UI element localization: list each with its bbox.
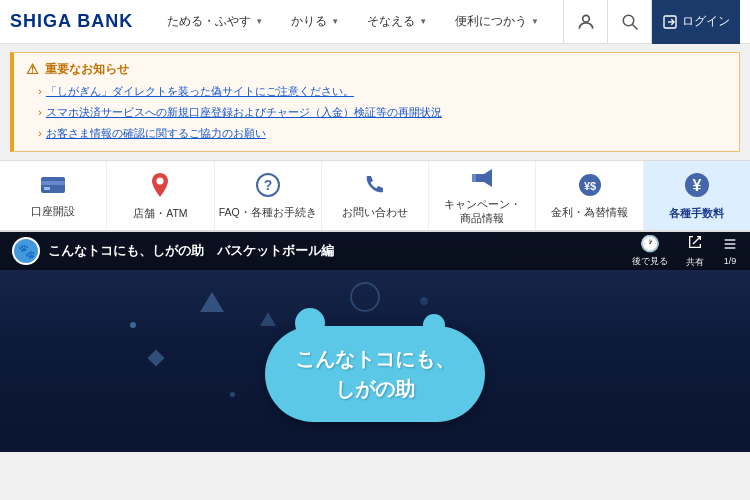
svg-text:¥$: ¥$ (583, 180, 595, 192)
rates-icon: ¥$ (576, 172, 604, 202)
svg-rect-11 (472, 174, 476, 182)
nav-item-prepare[interactable]: そなえる ▼ (353, 0, 441, 44)
quick-nav-label: 各種手数料 (669, 207, 724, 221)
quick-nav-label: 金利・為替情報 (551, 206, 628, 220)
chevron-down-icon: ▼ (419, 17, 427, 26)
video-counter: 1/9 (722, 236, 738, 266)
chevron-down-icon: ▼ (331, 17, 339, 26)
chevron-down-icon: ▼ (531, 17, 539, 26)
login-button[interactable]: ログイン (651, 0, 740, 44)
location-icon (149, 171, 171, 203)
video-container[interactable]: 🐾 こんなトコにも、しがの助 バスケットボール編 🕐 後で見る 共有 (0, 232, 750, 452)
quick-nav-atm[interactable]: 店舗・ATM (107, 161, 214, 230)
main-nav: ためる・ふやす ▼ かりる ▼ そなえる ▼ 便利につかう ▼ (153, 0, 563, 44)
deco-dot (230, 392, 235, 397)
video-section: 🐾 こんなトコにも、しがの助 バスケットボール編 🕐 後で見る 共有 (0, 232, 750, 452)
phone-icon (362, 172, 388, 202)
quick-nav-contact[interactable]: お問い合わせ (322, 161, 429, 230)
svg-line-2 (632, 24, 637, 29)
cloud-text-line2: しがの助 (295, 374, 455, 404)
quick-nav-account[interactable]: 口座開設 (0, 161, 107, 230)
deco-circle (350, 282, 380, 312)
video-avatar: 🐾 (12, 237, 40, 265)
deco-diamond (148, 350, 165, 367)
deco-circle (420, 297, 428, 305)
alert-link-item[interactable]: お客さま情報の確認に関するご協力のお願い (38, 123, 727, 144)
video-cloud-bubble: こんなトコにも、 しがの助 (265, 326, 485, 422)
video-actions: 🕐 後で見る 共有 1/9 (632, 234, 738, 269)
yen-icon: ¥ (683, 171, 711, 203)
nav-item-save[interactable]: ためる・ふやす ▼ (153, 0, 277, 44)
video-topbar: 🐾 こんなトコにも、しがの助 バスケットボール編 🕐 後で見る 共有 (0, 232, 750, 270)
deco-dot (130, 322, 136, 328)
quick-nav-faq[interactable]: ? FAQ・各種お手続き (215, 161, 322, 230)
nav-item-use[interactable]: 便利につかう ▼ (441, 0, 553, 44)
deco-triangle (260, 312, 276, 326)
alert-link-item[interactable]: スマホ決済サービスへの新規口座登録およびチャージ（入金）検証等の再開状況 (38, 102, 727, 123)
quick-nav-campaign[interactable]: キャンペーン・ 商品情報 (429, 161, 536, 230)
deco-triangle (200, 292, 224, 312)
share-icon (687, 234, 703, 254)
svg-text:¥: ¥ (692, 177, 701, 194)
nav-item-borrow[interactable]: かりる ▼ (277, 0, 353, 44)
watch-later-button[interactable]: 🕐 後で見る (632, 234, 668, 268)
alert-links: 「しがぎん」ダイレクトを装った偽サイトにご注意ください。 スマホ決済サービスへの… (26, 81, 727, 143)
quick-nav-label: キャンペーン・ 商品情報 (444, 198, 521, 225)
share-button[interactable]: 共有 (686, 234, 704, 269)
svg-line-16 (693, 237, 700, 244)
chevron-down-icon: ▼ (255, 17, 263, 26)
quick-nav-label: お問い合わせ (342, 206, 408, 220)
svg-point-1 (623, 15, 634, 26)
alert-banner: ⚠ 重要なお知らせ 「しがぎん」ダイレクトを装った偽サイトにご注意ください。 ス… (10, 52, 740, 152)
megaphone-icon (468, 166, 496, 194)
svg-point-0 (582, 15, 589, 22)
svg-text:?: ? (263, 177, 272, 193)
quick-nav: 口座開設 店舗・ATM ? FAQ・各種お手続き お問い合わせ (0, 160, 750, 232)
video-title: こんなトコにも、しがの助 バスケットボール編 (48, 242, 624, 260)
site-logo[interactable]: SHIGA BANK (10, 11, 133, 32)
faq-icon: ? (255, 172, 281, 202)
svg-rect-6 (41, 181, 65, 185)
alert-link-item[interactable]: 「しがぎん」ダイレクトを装った偽サイトにご注意ください。 (38, 81, 727, 102)
svg-rect-7 (44, 187, 50, 190)
quick-nav-fees[interactable]: ¥ 各種手数料 (644, 161, 750, 230)
account-icon (39, 173, 67, 201)
cloud-text-line1: こんなトコにも、 (295, 344, 455, 374)
alert-title: ⚠ 重要なお知らせ (26, 61, 727, 77)
header-actions: ログイン (563, 0, 740, 44)
quick-nav-rates[interactable]: ¥$ 金利・為替情報 (536, 161, 643, 230)
quick-nav-label: FAQ・各種お手続き (219, 206, 317, 220)
search-icon-button[interactable] (607, 0, 651, 44)
warning-icon: ⚠ (26, 61, 39, 77)
user-icon-button[interactable] (563, 0, 607, 44)
header: SHIGA BANK ためる・ふやす ▼ かりる ▼ そなえる ▼ 便利につかう… (0, 0, 750, 44)
quick-nav-label: 店舗・ATM (133, 207, 187, 221)
quick-nav-label: 口座開設 (31, 205, 75, 219)
clock-icon: 🕐 (640, 234, 660, 253)
svg-point-8 (157, 178, 164, 185)
